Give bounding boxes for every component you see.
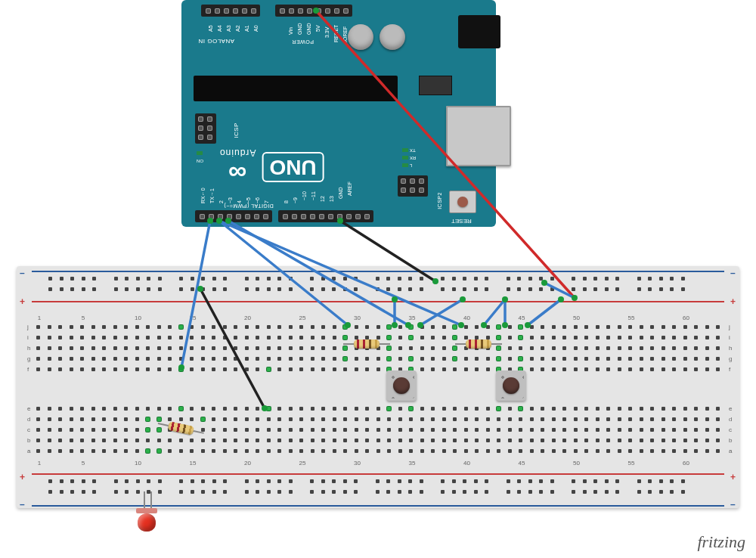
pin-label-5v: 5V (315, 25, 321, 32)
tx-led (402, 148, 408, 152)
pin-label-d12: 12 (320, 196, 325, 202)
pin-label-d6: ~6 (255, 197, 260, 203)
arduino-uno-board: A5 A4 A3 A2 A1 A0 Vin GND GND 5V 3.3V RE… (181, 0, 496, 227)
push-button-1[interactable] (386, 370, 417, 401)
capacitor-2 (380, 24, 405, 50)
uno-text: UNO (262, 153, 324, 183)
icsp-header (195, 113, 216, 144)
analog-in-label: ANALOG IN (198, 38, 234, 45)
push-button-2[interactable] (496, 370, 526, 401)
fritzing-watermark: fritzing (697, 532, 745, 552)
on-led (197, 151, 203, 155)
pin-label-ioref: IOREF (342, 26, 348, 42)
rx-led (402, 156, 408, 160)
l-led (402, 163, 408, 167)
pin-label-d5: ~5 (246, 197, 251, 203)
pin-label-vin: Vin (288, 27, 293, 35)
pin-label-d2: 2 (218, 200, 224, 203)
icsp-label: ICSP (233, 122, 240, 138)
digital-header-right (195, 210, 272, 222)
rx-led-label: RX (410, 156, 416, 160)
pin-label-d3: ~3 (228, 197, 233, 203)
digital-header-left (278, 210, 373, 222)
resistor-2 (343, 339, 390, 349)
pin-label-3v3: 3.3V (324, 27, 330, 38)
pin-label-d7: 7 (264, 200, 269, 203)
capacitors (348, 24, 405, 50)
resistor-3 (455, 339, 502, 349)
l-led-label: L (410, 163, 412, 168)
pin-label-d8: 8 (284, 200, 289, 203)
rail-line-top-minus (32, 271, 724, 272)
pin-label-reset: RESET (333, 25, 339, 42)
rail-line-bot-minus (32, 505, 724, 507)
pin-label-d9: ~9 (293, 197, 298, 203)
power-label: POWER (292, 39, 314, 45)
pin-label-a5: A5 (208, 25, 213, 32)
icsp2-header (398, 175, 428, 197)
capacitor-1 (348, 24, 373, 50)
pin-label-a2: A2 (235, 25, 240, 32)
voltage-regulator (419, 76, 452, 95)
reset-button[interactable] (449, 191, 476, 213)
pin-label-a3: A3 (226, 25, 231, 32)
pin-label-gnd1: GND (297, 23, 302, 35)
analog-header (201, 5, 260, 17)
pin-label-aref: AREF (347, 181, 352, 196)
power-header (275, 5, 352, 17)
pin-label-a1: A1 (244, 25, 249, 32)
pin-label-a0: A0 (253, 25, 259, 32)
breadboard: 1510152025303540455055601510152025303540… (17, 266, 739, 508)
usb-port (446, 106, 511, 166)
pin-label-d10: ~10 (302, 191, 307, 200)
pin-label-d11: ~11 (311, 191, 316, 200)
icsp2-label: ICSP2 (437, 192, 442, 209)
on-led-label: ON (197, 159, 203, 163)
rail-line-bot-plus (32, 473, 724, 475)
pin-label-a4: A4 (217, 25, 222, 32)
red-led (138, 491, 157, 522)
atmega-chip (194, 76, 398, 101)
pin-label-gnd2: GND (306, 23, 311, 35)
digital-label: DIGITAL (PWM=~) (224, 203, 274, 209)
pin-label-rx0: RX←0 (200, 188, 206, 203)
reset-label: RESET (451, 218, 472, 225)
arduino-brand: Arduino (219, 147, 256, 158)
pin-label-d4: 4 (237, 200, 242, 203)
tx-led-label: TX (410, 148, 416, 153)
pin-label-tx1: TX→1 (209, 188, 215, 203)
pin-label-gnd-d: GND (338, 187, 343, 199)
infinity-icon: ∞ (228, 158, 246, 188)
board-logo: UNO ∞ Arduino (219, 147, 324, 188)
barrel-jack (458, 15, 500, 48)
pin-label-d13: 13 (329, 196, 334, 202)
rail-line-top-plus (32, 301, 724, 302)
